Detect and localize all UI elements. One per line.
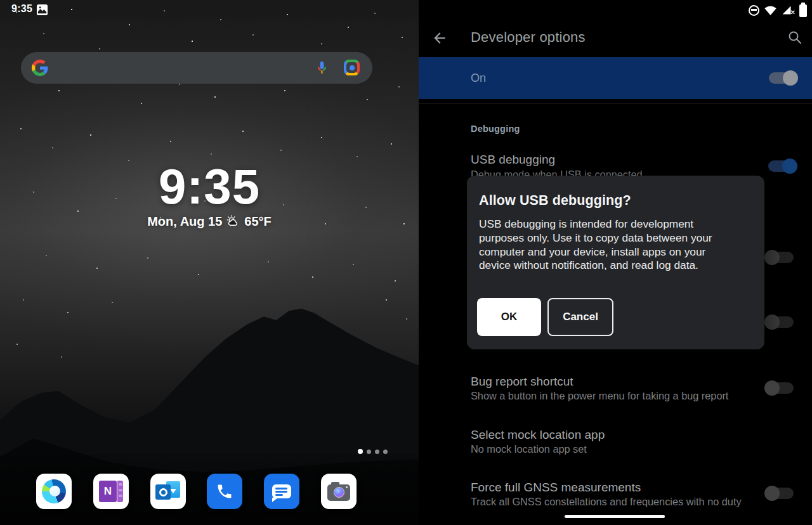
page-title: Developer options xyxy=(471,29,586,46)
battery-icon xyxy=(799,4,807,17)
ok-button[interactable]: OK xyxy=(477,298,541,336)
status-time: 9:35 xyxy=(11,3,32,15)
screenshot-notification-icon xyxy=(36,4,48,16)
obscured-row-toggle-2[interactable] xyxy=(766,316,794,328)
obscured-row-toggle-1[interactable] xyxy=(766,252,794,263)
row-bug-report-subtitle: Show a button in the power menu for taki… xyxy=(471,390,728,402)
google-lens-icon[interactable] xyxy=(344,60,360,75)
gnss-toggle[interactable] xyxy=(766,488,794,499)
bug-report-toggle[interactable] xyxy=(766,382,794,394)
dock-app-outlook[interactable] xyxy=(150,474,186,509)
row-mock-location-subtitle: No mock location app set xyxy=(471,443,587,455)
home-pane: 9:35 xyxy=(0,0,419,525)
master-switch-label: On xyxy=(471,72,486,85)
back-button[interactable] xyxy=(431,30,448,46)
gesture-navigation-bar[interactable] xyxy=(565,515,665,518)
master-switch-toggle[interactable] xyxy=(769,72,797,84)
usb-debugging-dialog: Allow USB debugging? USB debugging is in… xyxy=(467,176,764,349)
phone-icon xyxy=(216,483,233,500)
row-gnss-subtitle: Track all GNSS constellations and freque… xyxy=(471,496,742,508)
cancel-button[interactable]: Cancel xyxy=(547,298,613,336)
google-logo-icon xyxy=(32,60,48,76)
google-search-bar[interactable] xyxy=(21,52,372,84)
edge-icon xyxy=(42,479,66,503)
onenote-tabs xyxy=(117,481,123,502)
status-icons-right xyxy=(749,3,807,17)
settings-pane: Developer options On Debugging USB debug… xyxy=(419,0,812,525)
page-indicator-dot xyxy=(375,450,379,454)
home-date: Mon, Aug 15 xyxy=(147,214,222,229)
row-gnss-title[interactable]: Force full GNSS measurements xyxy=(471,481,641,495)
dock-app-edge[interactable] xyxy=(36,474,72,509)
messages-icon xyxy=(272,484,291,498)
page-indicator xyxy=(358,449,388,454)
page-indicator-dot xyxy=(358,449,363,454)
section-header-debugging: Debugging xyxy=(471,124,520,134)
dialog-title: Allow USB debugging? xyxy=(479,193,631,209)
master-switch-row[interactable]: On xyxy=(419,57,812,99)
screen: 9:35 xyxy=(0,0,812,525)
page-indicator-dot xyxy=(383,450,388,454)
row-usb-debugging-title[interactable]: USB debugging xyxy=(471,153,555,167)
home-clock: 9:35 xyxy=(0,160,419,214)
onenote-icon: N xyxy=(99,481,117,502)
divider xyxy=(419,103,812,104)
home-temperature: 65°F xyxy=(244,214,271,229)
row-bug-report-title[interactable]: Bug report shortcut xyxy=(471,375,573,389)
do-not-disturb-icon xyxy=(749,5,759,16)
usb-debugging-toggle[interactable] xyxy=(768,160,796,172)
dock-app-onenote[interactable]: N xyxy=(93,474,129,509)
camera-icon xyxy=(327,481,351,502)
wallpaper-stars xyxy=(0,0,1,1)
voice-search-icon[interactable] xyxy=(315,60,329,75)
dialog-body: USB debugging is intended for developmen… xyxy=(479,217,734,273)
dock-app-phone[interactable] xyxy=(207,474,242,509)
weather-icon xyxy=(226,215,240,228)
home-date-row[interactable]: Mon, Aug 15 65°F xyxy=(0,214,419,229)
dock-app-camera[interactable] xyxy=(321,474,357,509)
wifi-icon xyxy=(764,4,777,16)
row-mock-location-title[interactable]: Select mock location app xyxy=(471,428,605,442)
page-indicator-dot xyxy=(367,450,371,454)
cellular-no-signal-icon xyxy=(782,4,795,16)
dock-app-messages[interactable] xyxy=(264,474,299,509)
outlook-icon xyxy=(155,480,181,503)
search-icon[interactable] xyxy=(787,30,802,45)
